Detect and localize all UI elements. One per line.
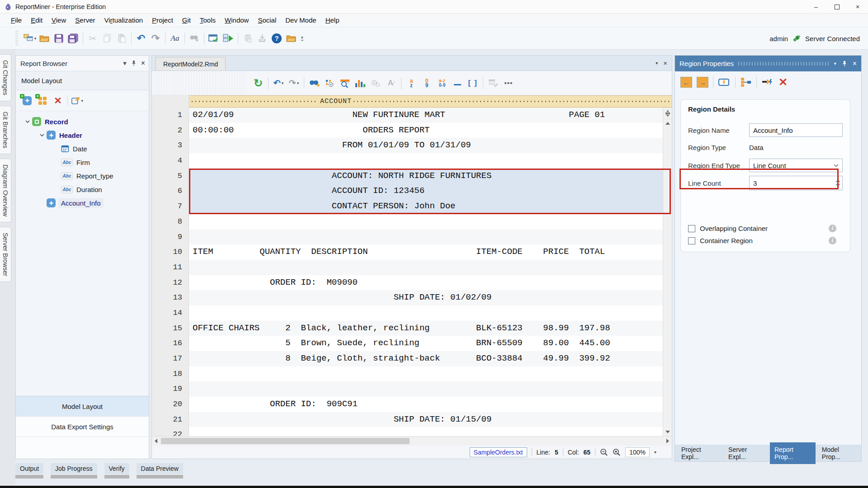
save-all-icon[interactable] (66, 31, 80, 46)
report-line-14[interactable]: 14 (152, 305, 663, 321)
tree-node-date[interactable]: Date (16, 142, 149, 155)
report-line-9[interactable]: 9 (152, 230, 663, 245)
zoom-level[interactable]: 100% (625, 447, 650, 457)
container-region-checkbox[interactable] (688, 237, 695, 244)
report-line-21[interactable]: 21 SHIP DATE: 01/15/09 (152, 412, 663, 427)
account-region-band[interactable]: ACCOUNT (189, 95, 672, 108)
horizontal-scroll-track[interactable] (160, 436, 664, 446)
help-icon[interactable]: ? (269, 31, 284, 46)
region-structure-button[interactable] (740, 77, 752, 87)
undo-edit-button[interactable]: ↶▾ (271, 75, 286, 91)
report-line-22[interactable]: 22 (152, 427, 663, 436)
tab-project-explorer[interactable]: Project Expl... (677, 442, 722, 464)
new-report-model-button[interactable]: ▾ (23, 31, 37, 46)
open-project-folder-icon[interactable] (284, 31, 298, 46)
numeric-field-icon[interactable]: 09 (419, 75, 434, 91)
tab-output[interactable]: Output (15, 463, 43, 479)
pin-icon[interactable] (131, 60, 137, 66)
copy-icon[interactable] (100, 31, 114, 46)
report-line-13[interactable]: 13 SHIP DATE: 01/02/09 (152, 290, 663, 305)
find-pattern-icon[interactable] (307, 75, 322, 91)
font-style-icon[interactable]: A∕ (383, 75, 399, 91)
split-editor-handle[interactable] (663, 108, 672, 119)
tree-node-duration[interactable]: Abc Duration (16, 183, 149, 196)
report-line-3[interactable]: 3 FROM 01/01/09 TO 01/31/09 (152, 138, 663, 153)
report-line-10[interactable]: 10ITEM QUANTITY DESCRIPTION ITEM-CODE PR… (152, 244, 663, 260)
report-line-20[interactable]: 20 ORDER ID: 909C91 (152, 397, 663, 412)
zoom-dropdown-icon[interactable]: ▾ (654, 450, 656, 455)
alphanumeric-field-icon[interactable]: a-z0-9 (434, 75, 450, 91)
cut-icon[interactable]: ✂ (85, 31, 100, 46)
report-line-7[interactable]: 7 CONTACT PERSON: John Doe (152, 199, 663, 214)
tree-node-header[interactable]: Header (16, 128, 149, 142)
sidetab-git-changes[interactable]: Git Changes (0, 54, 11, 101)
font-icon[interactable]: Aa (168, 31, 182, 46)
whitespace-icon[interactable] (450, 75, 465, 91)
new-dropdown-icon[interactable]: ▾ (34, 36, 37, 41)
delete-node-button[interactable]: ✕ (52, 95, 64, 107)
auto-create-all-button[interactable] (761, 77, 774, 87)
database-icon[interactable] (241, 31, 255, 46)
tab-close-icon[interactable]: × (663, 59, 667, 67)
verify-window-icon[interactable] (207, 31, 221, 46)
scroll-down-icon[interactable] (665, 431, 670, 433)
menu-item-dev-mode[interactable]: Dev Mode (281, 14, 321, 26)
info-icon[interactable]: i (829, 225, 836, 232)
auto-create-fields-icon[interactable] (322, 75, 337, 91)
report-line-4[interactable]: 4 (152, 153, 663, 169)
region-end-type-select[interactable]: Line Count (749, 159, 843, 172)
line-count-stepper[interactable]: 3 (749, 176, 843, 190)
export-layout-button[interactable]: ▾ (71, 95, 83, 107)
data-export-settings-button[interactable]: Data Export Settings (16, 417, 149, 437)
settings-gears-icon[interactable] (368, 75, 383, 91)
toolbar-overflow-icon[interactable]: ▾ (301, 36, 303, 41)
report-line-17[interactable]: 17 8 Beige, Cloth, straight-back BCO-338… (152, 351, 663, 366)
source-file-badge[interactable]: SampleOrders.txt (470, 447, 527, 457)
undo-icon[interactable]: ↶ (134, 31, 148, 46)
info-icon[interactable]: i (829, 237, 836, 244)
menu-item-file[interactable]: File (6, 14, 26, 26)
run-icon[interactable] (221, 31, 236, 46)
toolbar-grip[interactable] (15, 31, 18, 46)
report-line-19[interactable]: 19 (152, 381, 663, 397)
close-button[interactable]: × (847, 0, 868, 14)
tab-data-preview[interactable]: Data Preview (137, 463, 183, 479)
sidetab-server-browser[interactable]: Server Browser (0, 227, 11, 282)
document-tab[interactable]: ReportModel2.Rmd (156, 57, 226, 70)
menu-item-edit[interactable]: Edit (26, 14, 47, 26)
tab-server-explorer[interactable]: Server Expl... (724, 442, 768, 464)
previous-region-button[interactable]: ← (680, 77, 692, 88)
redo-icon[interactable]: ↷ (148, 31, 163, 46)
refresh-icon[interactable]: ↻ (250, 75, 266, 91)
open-folder-icon[interactable] (37, 31, 52, 46)
report-line-6[interactable]: 6 ACCOUNT ID: 123456 (152, 183, 663, 199)
tree-node-report-type[interactable]: Abc Report_type (16, 169, 149, 183)
overlapping-container-checkbox[interactable] (688, 225, 695, 232)
report-line-5[interactable]: 5 ACCOUNT: NORTH RIDGE FURNITURES (152, 169, 663, 184)
preview-data-icon[interactable] (337, 75, 353, 91)
tab-job-progress[interactable]: Job Progress (51, 463, 97, 479)
auto-create-region-button[interactable] (718, 77, 731, 87)
menu-item-virtualization[interactable]: Virtualization (100, 14, 148, 26)
vertical-scroll-track[interactable] (663, 127, 672, 428)
menu-item-social[interactable]: Social (253, 14, 281, 26)
zoom-in-icon[interactable] (613, 448, 621, 456)
vertical-scrollbar[interactable] (663, 108, 672, 436)
zoom-out-icon[interactable] (600, 448, 608, 456)
report-line-11[interactable]: 11 (152, 260, 663, 275)
scroll-left-icon[interactable] (155, 439, 157, 443)
report-line-2[interactable]: 200:00:00 ORDERS REPORT (152, 123, 663, 138)
more-commands-icon[interactable]: ••• (501, 75, 516, 91)
sidetab-diagram-overview[interactable]: Diagram Overview (0, 159, 11, 222)
spin-up-icon[interactable] (835, 180, 840, 183)
import-icon[interactable] (255, 31, 269, 46)
next-region-button[interactable]: → (697, 77, 708, 88)
chevron-down-icon[interactable] (23, 120, 32, 123)
menu-item-project[interactable]: Project (147, 14, 178, 26)
analyze-chart-icon[interactable] (353, 75, 368, 91)
model-layout-view-button[interactable]: Model Layout (16, 396, 149, 417)
panel-close-icon[interactable]: × (853, 60, 857, 68)
paste-icon[interactable] (114, 31, 129, 46)
scroll-up-icon[interactable] (665, 122, 670, 125)
report-line-16[interactable]: 16 5 Brown, Suede, reclining BRN-65509 8… (152, 336, 663, 351)
